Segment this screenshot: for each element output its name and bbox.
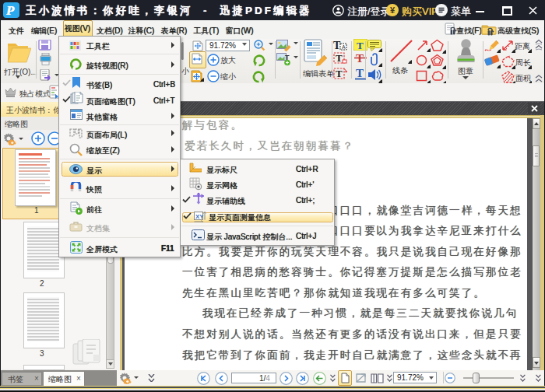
svg-text:XY: XY — [195, 212, 204, 219]
